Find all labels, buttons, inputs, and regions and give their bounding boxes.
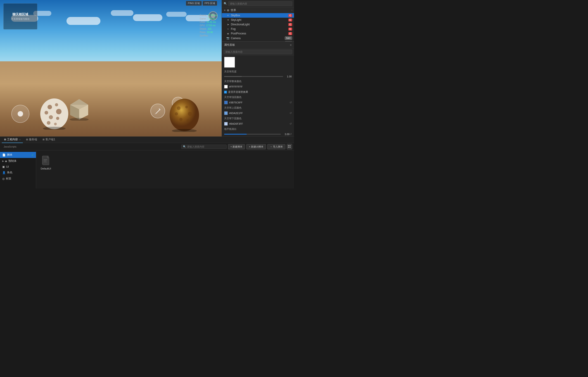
directionallight-label: DirectionalLight (231, 23, 287, 26)
upper-color-value: #6DA2E1FF (229, 112, 243, 115)
overall-color-swatch[interactable] (224, 85, 228, 88)
svg-point-6 (56, 117, 59, 120)
file-item-defaultui[interactable]: DefaultUI (41, 155, 51, 170)
brightness-value: 1.00 (285, 75, 292, 78)
client-tab-label: 客户端1 (45, 138, 55, 141)
properties-panel: 属性面板 × 天空球亮度 1.00 (222, 41, 294, 136)
enable-gradient-row: ✓ 是否开启渐变效果 (222, 89, 294, 94)
world-label: 世界 (231, 8, 292, 12)
properties-search-bar (222, 48, 294, 55)
app-container: 聊天框区域 不支持缩放与移动 PING 区域 FPS 区域 Frame: 17. (0, 0, 294, 188)
skybox-label: SkyBox (231, 14, 287, 17)
tree-item-skybox[interactable]: ☀ SkyBox C (222, 13, 294, 18)
svg-point-9 (43, 127, 66, 130)
upper-color-reset-button[interactable]: ↺ (290, 112, 292, 115)
top-color-label: 天空球顶层颜色 (222, 94, 294, 100)
svg-point-8 (54, 123, 57, 125)
skybox-color-preview[interactable] (224, 57, 235, 68)
brightness-slider-track[interactable] (224, 76, 283, 77)
bottom-search-input[interactable] (187, 145, 225, 148)
sidebar-item-prefabs[interactable]: ▶ ◈ 预制体 (0, 158, 36, 164)
character-label: 角色 (7, 171, 34, 175)
bottom-sidebar: 📄 脚本 ✓ ▶ ◈ 预制体 ▣ UI 👤 角色 ◎ (0, 151, 36, 188)
frame-value: 17.96 ms (208, 13, 217, 17)
svg-point-1 (47, 105, 52, 109)
svg-rect-28 (44, 160, 47, 160)
horizon-fade-reset-button[interactable]: ↺ (290, 133, 292, 136)
sidebar-item-scripts[interactable]: 📄 脚本 ✓ (0, 152, 36, 158)
lower-color-reset-button[interactable]: ↺ (290, 122, 292, 125)
ui-label: UI (6, 165, 34, 168)
lower-color-swatch[interactable] (224, 122, 228, 126)
spotted-ball (40, 96, 69, 130)
properties-panel-header: 属性面板 × (222, 42, 294, 48)
tab-client1[interactable]: ⊞ 客户端1 (40, 137, 57, 143)
brightness-slider-fill (224, 76, 242, 77)
skylight-icon: ✦ (226, 19, 229, 22)
ping-button[interactable]: PING 区域 (186, 1, 202, 6)
top-color-row: #3B75C6FF ↺ (222, 100, 294, 105)
new-ui-script-button[interactable]: + 新建UI脚本 (246, 144, 266, 149)
svg-point-18 (175, 112, 178, 115)
joystick[interactable] (11, 105, 29, 123)
top-color-swatch[interactable] (224, 101, 228, 104)
fps-button[interactable]: FPS 区域 (203, 1, 217, 6)
file-defaultui-name: DefaultUI (41, 167, 51, 170)
world-collapse-icon: ▼ (224, 9, 226, 12)
top-color-reset-button[interactable]: ↺ (290, 101, 292, 104)
skylight-label: SkyLight (231, 18, 287, 22)
bottom-search-bar: 🔍 (181, 145, 226, 149)
world-section-header[interactable]: ▼ ⚙ 世界 › (222, 8, 294, 13)
sidebar-item-ui[interactable]: ▣ UI (0, 164, 36, 169)
scene-search-icon: 🔍 (224, 2, 227, 5)
import-script-button[interactable]: → 导入脚本 (267, 144, 285, 149)
sidebar-item-character[interactable]: 👤 角色 (0, 169, 36, 176)
upper-color-swatch[interactable] (224, 111, 228, 115)
frame-label: Frame: (200, 13, 207, 17)
tree-item-fog[interactable]: ≈ Fog C (222, 27, 294, 31)
action-btn-attack[interactable] (150, 104, 165, 118)
view-toggle-button[interactable] (287, 144, 292, 149)
tab-project-content[interactable]: ⊞ 工程内容 × (2, 137, 23, 143)
project-tab-icon: ⊞ (4, 138, 6, 141)
gpu-value: 17.53 ms (206, 24, 215, 27)
chat-title: 聊天框区域 (12, 12, 28, 16)
lower-color-value: #BAD0F3FF (229, 122, 243, 125)
prefabs-icon: ◈ (5, 160, 7, 163)
server-tab-label: 服务端 (29, 138, 37, 141)
perf-stats: Frame: 17.96 ms Game: 7.19 ms Draw: 13.3… (200, 13, 217, 37)
bottom-area: ⊞ 工程内容 × ⊞ 服务端 ⊞ 客户端1 JavaScripts 🔍 + 新建… (0, 136, 294, 188)
svg-rect-29 (44, 161, 46, 161)
sidebar-item-materials[interactable]: ◎ 材质 (0, 176, 36, 182)
scripts-label: 脚本 (7, 153, 32, 157)
lower-color-row: #BAD0F3FF ↺ (222, 121, 294, 127)
project-tab-close[interactable]: × (19, 138, 21, 141)
svg-point-15 (170, 99, 199, 131)
properties-panel-close-button[interactable]: × (290, 43, 292, 47)
svg-rect-24 (290, 145, 291, 146)
overall-color-label: 天空球整体颜色 (222, 79, 294, 84)
game-label: Game: (200, 17, 206, 20)
scene-search-input[interactable] (228, 1, 292, 6)
svg-point-20 (179, 118, 182, 121)
new-script-button[interactable]: + 新建脚本 (228, 144, 245, 149)
tree-item-postprocess[interactable]: ◈ PostProcess C (222, 31, 294, 36)
viewport-area[interactable]: 聊天框区域 不支持缩放与移动 PING 区域 FPS 区域 Frame: 17. (0, 0, 222, 136)
enable-gradient-checkbox[interactable]: ✓ (224, 91, 227, 94)
prims-value: 23.3K (207, 31, 213, 34)
horizon-fade-slider-track[interactable] (224, 134, 281, 135)
properties-search-input[interactable] (224, 49, 292, 54)
bottom-content: 📄 脚本 ✓ ▶ ◈ 预制体 ▣ UI 👤 角色 ◎ (0, 151, 294, 188)
tree-item-directionallight[interactable]: ➤ DirectionalLight C (222, 22, 294, 27)
tree-item-camera[interactable]: 📷 Camera S&C (222, 36, 294, 40)
top-area: 聊天框区域 不支持缩放与移动 PING 区域 FPS 区域 Frame: 17. (0, 0, 294, 136)
horizon-fade-slider-row: 3.00 ↺ (222, 132, 294, 136)
world-expand-arrow: › (292, 9, 292, 12)
tab-server[interactable]: ⊞ 服务端 (24, 137, 39, 143)
chat-box: 聊天框区域 不支持缩放与移动 (3, 3, 37, 29)
postprocess-label: PostProcess (231, 32, 287, 35)
file-defaultui-icon (41, 155, 50, 166)
viewport-bg: 聊天框区域 不支持缩放与移动 PING 区域 FPS 区域 Frame: 17. (0, 0, 222, 136)
game-value: 7.19 ms (207, 17, 215, 20)
tree-item-skylight[interactable]: ✦ SkyLight C (222, 18, 294, 22)
